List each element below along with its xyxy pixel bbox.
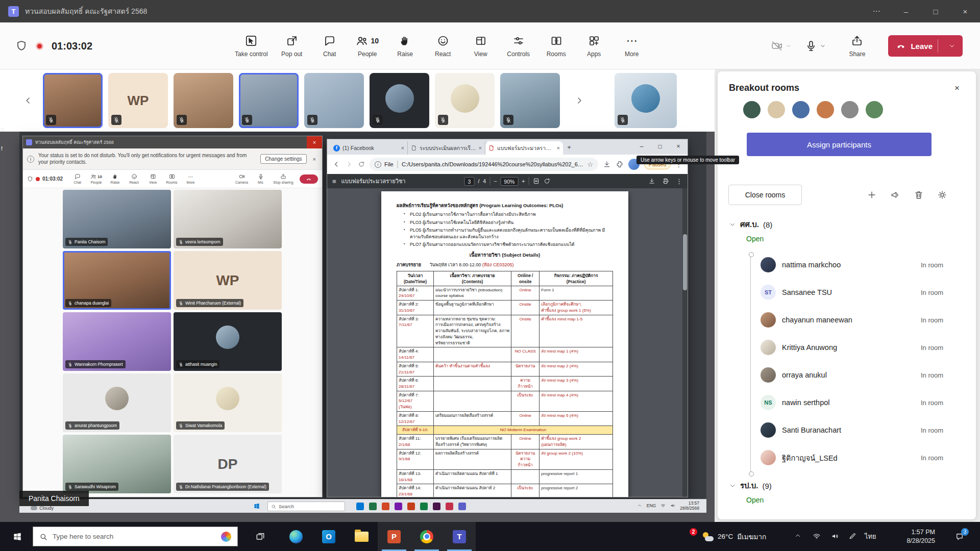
- room-member-avatar[interactable]: [816, 100, 835, 119]
- network-icon[interactable]: [813, 532, 821, 540]
- strip-scroll-left-button[interactable]: [19, 92, 37, 109]
- language-indicator[interactable]: ไทย: [865, 522, 876, 551]
- camera-chevron-icon[interactable]: [786, 43, 792, 49]
- zoom-level[interactable]: 90%: [500, 177, 518, 186]
- tab-close-icon[interactable]: ×: [401, 145, 404, 151]
- zoom-in-button[interactable]: +: [522, 178, 525, 184]
- window-more-button[interactable]: ⋯: [862, 0, 891, 22]
- pdf-print-button[interactable]: [662, 178, 669, 185]
- nested-chat-button[interactable]: Chat: [68, 173, 87, 184]
- nested-more-button[interactable]: ⋯More: [181, 174, 200, 184]
- pdf-more-icon[interactable]: ⋮: [676, 178, 682, 185]
- participant-video-thumbnail[interactable]: [370, 73, 429, 128]
- announcement-button[interactable]: [890, 190, 900, 200]
- taskbar-weather-widget[interactable]: 26°C มีเมฆมาก: [702, 522, 766, 551]
- start-button[interactable]: [5, 522, 30, 551]
- speaker-icon[interactable]: [831, 532, 839, 540]
- breakout-participant-row[interactable]: NS nawin serthpol In room: [718, 389, 976, 416]
- fit-page-button[interactable]: [532, 178, 540, 185]
- room-member-avatar[interactable]: [840, 100, 860, 119]
- window-minimize-button[interactable]: –: [891, 0, 921, 22]
- participant-video-thumbnail[interactable]: [304, 73, 364, 128]
- assign-participants-button[interactable]: Assign participants: [747, 133, 932, 156]
- pdf-download-button[interactable]: [648, 178, 655, 185]
- pop-out-button[interactable]: Pop out: [274, 27, 310, 65]
- participant-tile[interactable]: veera lertsomporn: [174, 190, 282, 248]
- change-settings-button[interactable]: Change settings: [260, 154, 306, 164]
- participant-tile[interactable]: Siwat Vamakomola: [174, 373, 282, 432]
- tab-close-icon[interactable]: ×: [557, 145, 560, 151]
- breakout-participant-row[interactable]: orraya anukul In room: [718, 361, 976, 389]
- nested-weather-widget[interactable]: Cloudy: [31, 506, 54, 511]
- rooms-button[interactable]: Rooms: [538, 27, 574, 65]
- forward-button[interactable]: [345, 160, 353, 168]
- nested-rooms-button[interactable]: Rooms: [162, 173, 181, 184]
- nested-taskbar-app-icon[interactable]: [433, 503, 440, 510]
- nested-people-button[interactable]: 10People: [87, 173, 106, 184]
- participant-tile[interactable]: Sarawudhi Wisaprom: [63, 435, 171, 493]
- nested-taskbar-app-icon[interactable]: [446, 503, 453, 510]
- participant-video-thumbnail[interactable]: [435, 73, 495, 128]
- participant-tile[interactable]: WP Winit Pharcharuen (External): [174, 251, 282, 310]
- participant-tile[interactable]: DP Dr.Nathdanai Pratuangboriboon (Extern…: [174, 435, 282, 493]
- bookmark-star-icon[interactable]: ☆: [587, 161, 593, 168]
- participant-video-thumbnail[interactable]: [239, 73, 299, 128]
- add-room-button[interactable]: [867, 190, 877, 200]
- taskbar-powerpoint-icon[interactable]: P: [378, 522, 410, 551]
- nested-tray-chevron-icon[interactable]: [637, 503, 642, 508]
- nested-language-indicator[interactable]: ENG: [647, 503, 656, 508]
- nested-search-box[interactable]: Search: [267, 502, 345, 511]
- room-header-2[interactable]: รป.บ. (9): [729, 480, 772, 492]
- take-control-button[interactable]: Take control: [231, 27, 272, 65]
- nested-taskbar-app-icon[interactable]: [420, 503, 428, 510]
- taskbar-search-box[interactable]: Type here to search: [33, 527, 238, 546]
- nested-taskbar-app-icon[interactable]: [395, 503, 402, 510]
- breakout-participant-row[interactable]: Krittiya Anuwong In room: [718, 334, 976, 361]
- breakout-participant-row[interactable]: ฐิติกาญจน์_LSEd In room: [718, 444, 976, 471]
- chat-button[interactable]: Chat: [312, 27, 348, 65]
- pdf-viewport[interactable]: ผลลัพธ์การเรียนรู้ที่คาดหวังของหลักสูตร …: [327, 188, 682, 497]
- new-tab-button[interactable]: +: [563, 143, 575, 151]
- chrome-maximize-button[interactable]: □: [651, 139, 669, 154]
- downloads-icon[interactable]: [603, 160, 611, 168]
- tab-evaluation-system[interactable]: ระบบประเมินผลการเรียนการสอนออนไลน์ ×: [408, 141, 485, 155]
- stop-sharing-button[interactable]: Stop sharing: [270, 173, 297, 184]
- window-close-button[interactable]: ×: [950, 0, 980, 22]
- back-button[interactable]: [332, 160, 340, 168]
- rotate-button[interactable]: [543, 178, 550, 185]
- breakout-participant-row[interactable]: nattima markchoo In room: [718, 251, 976, 279]
- zoom-out-button[interactable]: −: [494, 178, 497, 184]
- extensions-puzzle-icon[interactable]: [616, 160, 624, 168]
- url-field[interactable]: i File | C:/Users/panita.ch/Downloads/19…: [370, 158, 598, 171]
- participant-tile[interactable]: Wannakorn Phornprasert: [63, 312, 171, 371]
- scrollbar-thumb[interactable]: [683, 234, 687, 290]
- pen-icon[interactable]: [848, 532, 856, 540]
- task-view-button[interactable]: [248, 522, 273, 551]
- banner-close-icon[interactable]: ×: [311, 156, 318, 162]
- taskbar-edge-icon[interactable]: [280, 522, 312, 551]
- tab-close-icon[interactable]: ×: [479, 145, 482, 151]
- nested-camera-button[interactable]: Camera: [232, 173, 251, 184]
- nested-taskbar-app-icon[interactable]: [369, 503, 377, 510]
- room-member-avatar[interactable]: [791, 100, 811, 119]
- nested-mic-button[interactable]: Mic: [251, 173, 270, 184]
- tab-syllabus-pdf[interactable]: แบบฟอร์มประมวลรายวิชา ×: [485, 141, 563, 155]
- nested-taskbar-app-icon[interactable]: [382, 503, 389, 510]
- participant-video-thumbnail[interactable]: [615, 73, 677, 128]
- room-member-avatar[interactable]: [742, 100, 762, 119]
- nested-speaker-icon[interactable]: [670, 503, 675, 508]
- taskbar-chrome-icon[interactable]: [410, 522, 443, 551]
- mic-button[interactable]: [805, 40, 826, 52]
- breakout-participant-row[interactable]: ST Sansanee TSU In room: [718, 279, 976, 306]
- participant-video-thumbnail[interactable]: [174, 73, 233, 128]
- taskbar-outlook-icon[interactable]: O: [312, 522, 345, 551]
- nested-taskbar-app-icon[interactable]: [356, 503, 364, 510]
- nested-clock[interactable]: 13:5728/8/2568: [680, 500, 699, 511]
- participant-tile[interactable]: anurat phantungpoom: [63, 373, 171, 432]
- action-center-button[interactable]: 3: [947, 522, 972, 551]
- nested-network-icon[interactable]: [660, 503, 666, 508]
- tray-notification-icon[interactable]: 2: [683, 529, 695, 541]
- more-button[interactable]: ⋯More: [614, 27, 650, 65]
- nested-close-button[interactable]: ×: [307, 136, 322, 148]
- nested-react-button[interactable]: React: [125, 173, 143, 184]
